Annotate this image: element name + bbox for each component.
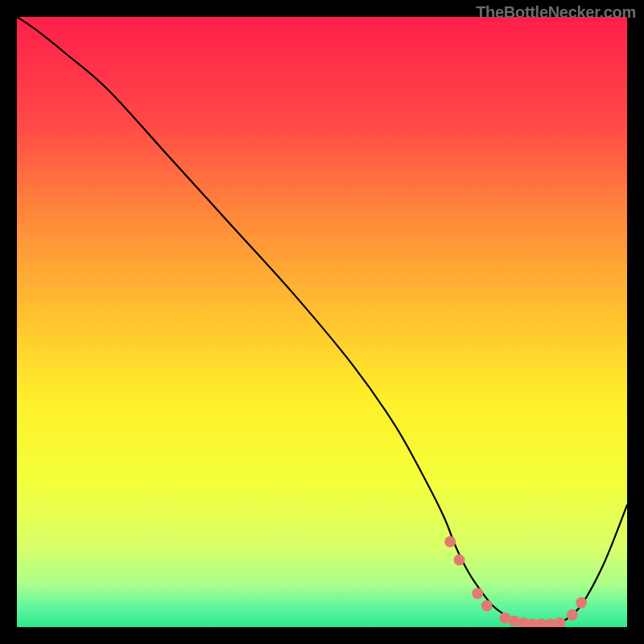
plot-area bbox=[17, 17, 627, 627]
curve-marker bbox=[481, 600, 493, 611]
gradient-background bbox=[17, 17, 627, 627]
curve-marker bbox=[472, 588, 483, 599]
curve-marker bbox=[454, 555, 465, 566]
chart-container: TheBottleNecker.com bbox=[0, 0, 644, 644]
curve-marker bbox=[576, 597, 587, 609]
curve-marker bbox=[444, 536, 456, 547]
curve-marker bbox=[567, 609, 578, 621]
attribution-label: TheBottleNecker.com bbox=[476, 3, 636, 22]
chart-svg bbox=[17, 17, 627, 627]
